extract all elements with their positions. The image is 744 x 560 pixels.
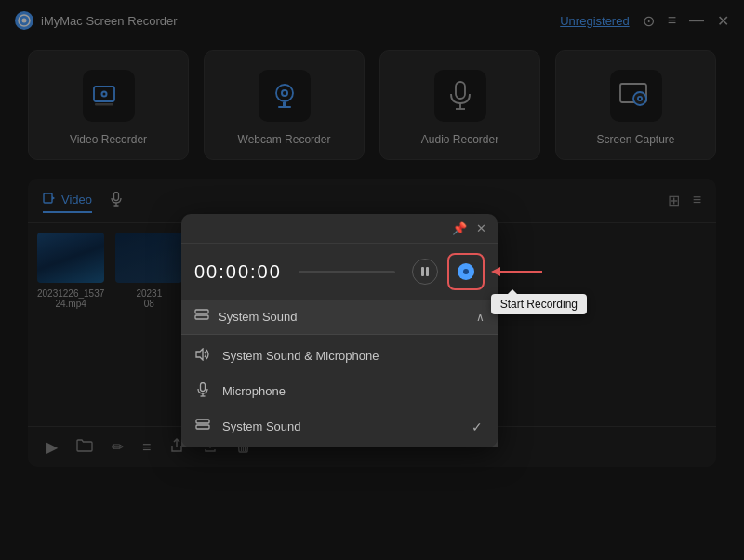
svg-rect-33 <box>195 310 208 313</box>
dropdown-item-system-sound-mic[interactable]: System Sound & Microphone <box>181 339 498 373</box>
panel-close-icon[interactable]: ✕ <box>476 221 486 235</box>
svg-point-30 <box>463 269 469 274</box>
dropdown-item-microphone[interactable]: Microphone <box>181 373 498 409</box>
pin-icon[interactable]: 📌 <box>452 221 467 235</box>
dropdown-chevron-icon: ∧ <box>476 311 485 324</box>
dropdown-header-label: System Sound <box>219 310 298 324</box>
svg-rect-40 <box>196 425 209 429</box>
arrow-container <box>491 264 542 279</box>
record-button[interactable] <box>447 253 485 290</box>
microphone-label: Microphone <box>222 384 286 398</box>
recording-panel: 📌 ✕ 00:00:00 <box>181 214 498 447</box>
start-recording-tooltip: Start Recording <box>491 294 587 314</box>
system-sound-icon <box>194 419 211 434</box>
dropdown-item-system-sound[interactable]: System Sound ✓ <box>181 409 498 444</box>
record-button-wrapper: Start Recording <box>447 253 485 290</box>
system-sound-left: System Sound <box>194 419 301 434</box>
system-sound-mic-label: System Sound & Microphone <box>222 349 379 363</box>
panel-controls-row: 00:00:00 <box>181 244 498 300</box>
svg-marker-32 <box>491 267 500 276</box>
recording-panel-header: 📌 ✕ <box>181 214 498 244</box>
panel-header-icons: 📌 ✕ <box>452 221 486 235</box>
system-sound-checkmark: ✓ <box>472 420 483 434</box>
progress-bar <box>299 271 395 273</box>
arrow-svg <box>491 264 542 279</box>
dropdown-menu: System Sound & Microphone Microphone <box>181 334 498 447</box>
svg-rect-28 <box>426 267 429 276</box>
svg-rect-27 <box>421 267 424 276</box>
system-sound-label: System Sound <box>222 420 301 433</box>
dropdown-section: System Sound ∧ System Sound & Microphone <box>181 300 498 447</box>
microphone-left: Microphone <box>194 382 286 400</box>
dropdown-header-left: System Sound <box>194 309 298 325</box>
tooltip-text: Start Recording <box>500 298 578 311</box>
svg-rect-36 <box>201 383 206 392</box>
system-sound-mic-icon <box>194 348 211 364</box>
svg-rect-34 <box>195 315 208 319</box>
dropdown-header-icon <box>194 309 209 325</box>
system-sound-mic-left: System Sound & Microphone <box>194 348 379 364</box>
svg-marker-35 <box>196 349 203 360</box>
timer-display: 00:00:00 <box>194 261 282 283</box>
microphone-icon <box>194 382 211 400</box>
svg-rect-39 <box>196 420 209 423</box>
record-btn-inner <box>458 263 474 280</box>
pause-button[interactable] <box>412 259 438 285</box>
dropdown-header[interactable]: System Sound ∧ <box>181 300 498 334</box>
